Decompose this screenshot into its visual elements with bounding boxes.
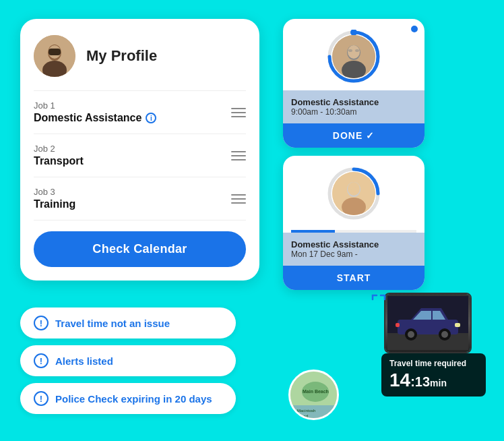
job-item-2: Job 2 Transport (34, 134, 246, 177)
svg-text:Main Beach: Main Beach (303, 389, 329, 394)
svg-point-12 (355, 49, 359, 52)
svg-rect-4 (49, 49, 61, 55)
travel-time-title: Travel time required (389, 359, 478, 368)
check-calendar-button[interactable]: Check Calendar (34, 231, 246, 267)
car-thumbnail (384, 293, 472, 353)
info-icon-job1[interactable]: i (146, 113, 156, 123)
profile-section: My Profile (34, 35, 246, 77)
travel-time-value: 14:13min (389, 370, 478, 391)
svg-text:Island: Island (297, 414, 308, 418)
scan-corner-icon (371, 294, 386, 312)
job-2-label: Job 2 (34, 144, 84, 154)
start-button[interactable]: START (283, 266, 424, 290)
left-phone-card: My Profile Job 1 Domestic Assistance i J… (20, 19, 259, 281)
svg-rect-29 (455, 323, 460, 327)
card-1-ring-avatar (327, 30, 381, 84)
notification-alerts[interactable]: ! Alerts listed (20, 345, 236, 376)
svg-point-28 (441, 331, 448, 338)
job-2-info: Job 2 Transport (34, 144, 84, 167)
right-section: Domestic Assistance 9:00am - 10:30am DON… (283, 19, 424, 290)
card-1-job-title: Domestic Assistance (291, 97, 416, 107)
svg-point-10 (348, 45, 360, 59)
notif-text-police: Police Check expiring in 20 days (55, 393, 212, 405)
job-item-3: Job 3 Training (34, 177, 246, 220)
right-card-1: Domestic Assistance 9:00am - 10:30am DON… (283, 19, 424, 148)
card-1-info: Domestic Assistance 9:00am - 10:30am (283, 90, 424, 123)
svg-rect-30 (396, 323, 400, 327)
notif-text-travel: Travel time not an issue (55, 318, 170, 329)
travel-time-overlay: Travel time required 14:13min (381, 353, 486, 396)
job-1-info: Job 1 Domestic Assistance i (34, 100, 156, 124)
card-2-job-title: Domestic Assistance (291, 239, 416, 249)
job-1-menu[interactable] (231, 108, 246, 117)
job-2-title: Transport (34, 155, 84, 167)
notif-icon-travel: ! (34, 316, 49, 330)
notif-icon-alerts: ! (34, 353, 49, 368)
done-button[interactable]: DONE ✓ (283, 123, 424, 148)
job-list: Job 1 Domestic Assistance i Job 2 Transp… (34, 90, 246, 220)
right-card-2: Domestic Assistance Mon 17 Dec 9am - STA… (283, 156, 424, 290)
card-2-info: Domestic Assistance Mon 17 Dec 9am - (283, 233, 424, 266)
job-item-1: Job 1 Domestic Assistance i (34, 91, 246, 134)
job-1-label: Job 1 (34, 100, 156, 111)
card-1-time: 9:00am - 10:30am (291, 107, 416, 117)
svg-point-18 (351, 187, 356, 195)
card-2-avatar-section (283, 156, 424, 227)
job-2-menu[interactable] (231, 151, 246, 160)
svg-rect-33 (290, 405, 339, 420)
notif-icon-police: ! (34, 391, 49, 406)
job-1-title: Domestic Assistance i (34, 112, 156, 124)
car-image (385, 294, 470, 352)
card-2-ring-avatar (327, 167, 381, 220)
svg-rect-20 (387, 333, 468, 350)
card-2-avatar (332, 172, 375, 215)
map-thumbnail: Main Beach Macintosh Island (288, 370, 339, 420)
profile-avatar (34, 35, 75, 77)
notification-police[interactable]: ! Police Check expiring in 20 days (20, 383, 236, 414)
svg-text:Macintosh: Macintosh (297, 409, 315, 413)
card-1-avatar-section (283, 19, 424, 90)
card-1-avatar (332, 35, 375, 78)
job-3-info: Job 3 Training (34, 187, 75, 210)
notif-text-alerts: Alerts listed (55, 355, 113, 367)
job-3-label: Job 3 (34, 187, 75, 197)
svg-point-26 (408, 331, 414, 338)
job-3-title: Training (34, 198, 75, 210)
notifications-section: ! Travel time not an issue ! Alerts list… (20, 307, 236, 414)
profile-title: My Profile (86, 47, 157, 65)
svg-point-11 (348, 49, 352, 52)
card-2-time: Mon 17 Dec 9am - (291, 249, 416, 259)
job-3-menu[interactable] (231, 194, 246, 204)
notification-travel[interactable]: ! Travel time not an issue (20, 307, 236, 339)
